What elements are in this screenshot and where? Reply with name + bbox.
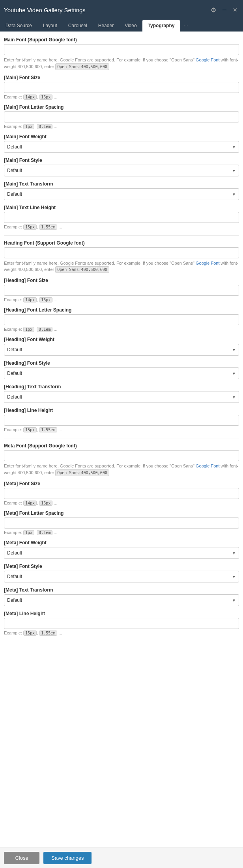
meta-font-size-label: [Meta] Font Size (4, 481, 239, 486)
save-button[interactable]: Save changes (43, 852, 92, 864)
heading-font-google-link[interactable]: Google Font (196, 261, 220, 265)
heading-line-height-ex2: 1.55em (39, 427, 57, 432)
meta-line-height-ex2: 1.55em (39, 631, 57, 636)
meta-line-height-input[interactable] (4, 618, 239, 629)
heading-font-size-example: Example: 14px, 16px ... (4, 297, 239, 302)
close-button[interactable]: Close (4, 852, 39, 864)
heading-font-style-label: [Heading] Font Style (4, 360, 239, 366)
meta-letter-spacing-ex2: 0.1em (37, 530, 52, 535)
minimize-icon[interactable]: ─ (221, 6, 228, 14)
heading-text-transform-select-wrap: DefaultNoneUppercaseLowercaseCapitalize (4, 391, 239, 403)
heading-line-height-ex1: 15px (23, 427, 37, 432)
main-font-input[interactable] (4, 44, 239, 55)
heading-font-weight-label: [Heading] Font Weight (4, 337, 239, 342)
meta-font-size-input[interactable] (4, 488, 239, 499)
heading-font-hint-code: Open Sans:400,500,600 (55, 266, 109, 273)
divider-main-heading (4, 235, 239, 236)
heading-line-height-input[interactable] (4, 415, 239, 426)
meta-font-style-select-wrap: DefaultNormalItalicOblique (4, 571, 239, 582)
tab-bar: Data Source Layout Carousel Header Video… (0, 20, 243, 32)
meta-font-size-example: Example: 14px, 16px ... (4, 501, 239, 506)
footer: Close Save changes (0, 848, 243, 868)
tab-data-source[interactable]: Data Source (0, 20, 37, 32)
meta-font-hint-text1: Enter font-family name here. Google Font… (4, 464, 196, 468)
more-tabs-icon[interactable]: ··· (180, 20, 192, 32)
meta-font-weight-select-wrap: Default100200300400500600700800900 (4, 547, 239, 559)
heading-letter-spacing-ex2: 0.1em (37, 327, 52, 332)
main-font-size-ex2: 16px (39, 95, 52, 100)
meta-font-style-select[interactable]: DefaultNormalItalicOblique (4, 571, 239, 582)
meta-line-height-label: [Meta] Line Height (4, 611, 239, 616)
main-font-weight-select[interactable]: Default100200300400500600700800900 (4, 141, 239, 153)
meta-line-height-ex1: 15px (23, 631, 37, 636)
meta-letter-spacing-input[interactable] (4, 517, 239, 529)
meta-line-height-example: Example: 15px, 1.55em ... (4, 631, 239, 636)
tab-video[interactable]: Video (119, 20, 142, 32)
main-font-hint-code: Open Sans:400,500,600 (55, 63, 109, 70)
main-font-size-ex1: 14px (23, 95, 37, 100)
tab-header[interactable]: Header (93, 20, 119, 32)
main-font-size-label: [Main] Font Size (4, 75, 239, 80)
main-font-style-select-wrap: DefaultNormalItalicOblique (4, 165, 239, 176)
main-content: Main Font (Support Google font) Enter fo… (0, 32, 243, 667)
heading-font-size-input[interactable] (4, 285, 239, 296)
heading-text-transform-select[interactable]: DefaultNoneUppercaseLowercaseCapitalize (4, 391, 239, 403)
main-font-size-input[interactable] (4, 82, 239, 93)
heading-font-size-label: [Heading] Font Size (4, 278, 239, 283)
main-text-transform-select-wrap: DefaultNoneUppercaseLowercaseCapitalize (4, 188, 239, 200)
heading-font-label: Heading Font (Support Google font) (4, 240, 239, 246)
meta-font-size-ex2: 16px (39, 501, 52, 506)
meta-font-input[interactable] (4, 450, 239, 461)
main-letter-spacing-example: Example: 1px, 0.1em ... (4, 124, 239, 129)
meta-text-transform-select-wrap: DefaultNoneUppercaseLowercaseCapitalize (4, 594, 239, 606)
main-letter-spacing-input[interactable] (4, 111, 239, 122)
gear-icon[interactable]: ⚙ (209, 6, 218, 15)
heading-font-hint-text1: Enter font-family name here. Google Font… (4, 261, 196, 265)
meta-font-weight-label: [Meta] Font Weight (4, 540, 239, 545)
heading-font-size-ex1: 14px (23, 297, 37, 302)
main-font-size-example: Example: 14px, 16px ... (4, 95, 239, 100)
meta-font-google-link[interactable]: Google Font (196, 464, 220, 468)
main-line-height-ex2: 1.55em (39, 224, 57, 230)
main-font-style-label: [Main] Font Style (4, 158, 239, 163)
main-text-transform-select[interactable]: DefaultNoneUppercaseLowercaseCapitalize (4, 188, 239, 200)
heading-font-input[interactable] (4, 247, 239, 258)
heading-letter-spacing-ex1: 1px (23, 327, 34, 332)
heading-font-style-select-wrap: DefaultNormalItalicOblique (4, 367, 239, 379)
main-letter-spacing-label: [Main] Font Letter Spacing (4, 104, 239, 110)
heading-line-height-example: Example: 15px, 1.55em ... (4, 427, 239, 432)
heading-letter-spacing-input[interactable] (4, 314, 239, 325)
divider-heading-meta (4, 438, 239, 438)
main-line-height-input[interactable] (4, 212, 239, 223)
heading-letter-spacing-label: [Heading] Font Letter Spacing (4, 307, 239, 313)
main-line-height-ex1: 15px (23, 224, 37, 230)
close-window-icon[interactable]: ✕ (231, 6, 239, 14)
heading-font-size-ex2: 16px (39, 297, 52, 302)
meta-font-size-ex1: 14px (23, 501, 37, 506)
meta-font-style-label: [Meta] Font Style (4, 564, 239, 569)
main-font-weight-select-wrap: Default100200300400500600700800900 (4, 141, 239, 153)
heading-text-transform-label: [Heading] Text Transform (4, 384, 239, 389)
window-title: Youtube Video Gallery Settings (4, 7, 86, 13)
heading-letter-spacing-example: Example: 1px, 0.1em ... (4, 327, 239, 332)
main-line-height-label: [Main] Text Line Height (4, 205, 239, 210)
meta-text-transform-label: [Meta] Text Transform (4, 587, 239, 593)
main-font-hint: Enter font-family name here. Google Font… (4, 57, 239, 70)
meta-font-hint-code: Open Sans:400,500,600 (55, 469, 109, 476)
tab-typography[interactable]: Typography (142, 20, 180, 32)
window-controls: ⚙ ─ ✕ (209, 6, 239, 15)
meta-letter-spacing-ex1: 1px (23, 530, 34, 535)
meta-font-label: Meta Font (Support Google font) (4, 443, 239, 449)
tab-carousel[interactable]: Carousel (63, 20, 93, 32)
heading-font-hint: Enter font-family name here. Google Font… (4, 260, 239, 273)
heading-font-weight-select-wrap: Default100200300400500600700800900 (4, 344, 239, 356)
tab-layout[interactable]: Layout (37, 20, 63, 32)
main-font-style-select[interactable]: DefaultNormalItalicOblique (4, 165, 239, 176)
main-font-google-link[interactable]: Google Font (196, 57, 220, 62)
heading-font-weight-select[interactable]: Default100200300400500600700800900 (4, 344, 239, 356)
meta-text-transform-select[interactable]: DefaultNoneUppercaseLowercaseCapitalize (4, 594, 239, 606)
meta-font-weight-select[interactable]: Default100200300400500600700800900 (4, 547, 239, 559)
heading-font-style-select[interactable]: DefaultNormalItalicOblique (4, 367, 239, 379)
meta-letter-spacing-label: [Meta] Font Letter Spacing (4, 510, 239, 516)
main-font-label: Main Font (Support Google font) (4, 37, 239, 43)
